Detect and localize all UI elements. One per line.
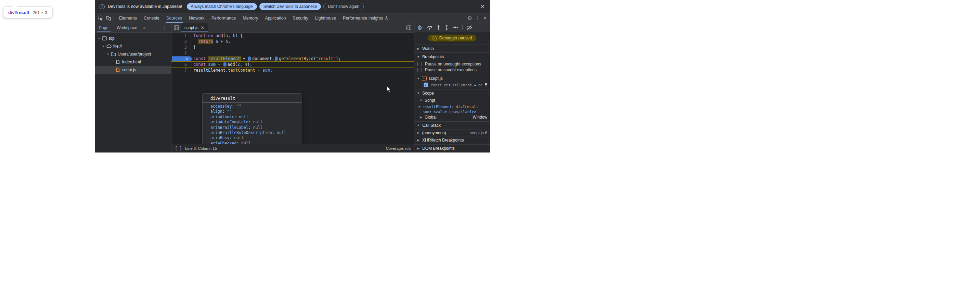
line-number[interactable]: 3 bbox=[172, 45, 191, 50]
token: ( bbox=[223, 33, 226, 38]
section-watch[interactable]: ▶ Watch bbox=[414, 45, 490, 53]
line-number[interactable]: 2 bbox=[172, 39, 191, 45]
navigator-kebab-icon[interactable]: ⋮ bbox=[160, 25, 170, 30]
settings-gear-icon[interactable]: ⚙ bbox=[466, 15, 474, 22]
device-toolbar-icon[interactable] bbox=[104, 15, 112, 22]
tree-item-top[interactable]: ▾top bbox=[95, 34, 171, 42]
property-row: ariaAtomic: null bbox=[202, 115, 302, 120]
kebab-menu-icon[interactable]: ⋮ bbox=[474, 15, 481, 22]
expand-arrow-icon[interactable]: ▾ bbox=[97, 37, 101, 40]
line-number[interactable]: 5 bbox=[172, 56, 191, 62]
show-debugger-sidebar-icon[interactable] bbox=[406, 26, 414, 30]
navigator-tab-workspace[interactable]: Workspace bbox=[113, 23, 141, 32]
pause-uncaught-row[interactable]: Pause on uncaught exceptions bbox=[414, 61, 490, 67]
pretty-print-icon[interactable]: { } bbox=[175, 146, 182, 151]
line-number[interactable]: 7 bbox=[172, 67, 191, 73]
scope-label: Scope bbox=[422, 91, 434, 96]
navigator-tab-page[interactable]: Page bbox=[95, 23, 113, 32]
tree-item-users-user-project[interactable]: ▾Users/user/project bbox=[95, 50, 171, 58]
pause-caught-checkbox[interactable] bbox=[417, 68, 422, 72]
infobar-button-don-t-show-again[interactable]: Don't show again bbox=[323, 3, 364, 10]
tab-network[interactable]: Network bbox=[185, 13, 208, 22]
code-line[interactable]: 1function add(a, b) { bbox=[172, 33, 414, 39]
screen: div#result261 × 0 i DevTools is now avai… bbox=[0, 0, 490, 152]
resume-script-icon[interactable] bbox=[417, 25, 423, 30]
code-editor[interactable]: div#result accessKey: ""align: ""ariaAto… bbox=[172, 33, 414, 144]
frame-icon bbox=[102, 36, 107, 41]
token bbox=[213, 33, 216, 38]
pause-uncaught-checkbox[interactable] bbox=[417, 62, 422, 66]
section-call-stack[interactable]: ▼ Call Stack bbox=[414, 121, 490, 129]
tab-console[interactable]: Console bbox=[140, 13, 163, 22]
tree-item-file-[interactable]: ▾file:// bbox=[95, 42, 171, 50]
code-line[interactable]: 6const sum = add(2, 4); bbox=[172, 62, 414, 67]
scope-global-group[interactable]: ▶ Global Window bbox=[414, 115, 490, 121]
line-number[interactable]: 4 bbox=[172, 50, 191, 56]
breakpoint-entry[interactable]: ✓ const resultElement = doc⋯ 5 bbox=[414, 82, 490, 89]
tree-item-label: script.js bbox=[122, 67, 136, 72]
hide-navigator-icon[interactable] bbox=[172, 26, 181, 30]
coverage-status: Coverage: n/a bbox=[386, 146, 410, 150]
editor-tab-close-icon[interactable]: ✕ bbox=[201, 26, 204, 30]
deactivate-breakpoints-icon[interactable] bbox=[466, 25, 473, 30]
infobar-button-always-match-chrome-s-language[interactable]: Always match Chrome's language bbox=[187, 3, 257, 10]
chevron-down-icon: ▼ bbox=[417, 124, 420, 127]
step-icon[interactable] bbox=[453, 26, 458, 29]
inspect-element-icon[interactable] bbox=[97, 15, 104, 22]
section-breakpoints[interactable]: ▼ Breakpoints bbox=[414, 53, 490, 60]
call-stack-frame[interactable]: ➤ (anonymous) script.js:6 bbox=[414, 129, 490, 136]
property-row: ariaBrailleRoleDescription: null bbox=[202, 130, 302, 136]
code-line[interactable]: 7resultElement.textContent = sum; bbox=[172, 67, 414, 73]
scope-var-resultElement[interactable]: ▶ resultElement: div#result bbox=[414, 104, 490, 109]
pause-caught-row[interactable]: Pause on caught exceptions bbox=[414, 67, 490, 74]
code-line[interactable]: 5const resultElement = document.getEleme… bbox=[172, 56, 414, 62]
code-line[interactable]: 4 bbox=[172, 50, 414, 56]
scope-key: resultElement bbox=[422, 104, 452, 109]
debugger-sidebar: i Debugger paused ▶ Watch ▼ Breakpoints … bbox=[414, 23, 490, 152]
section-dom-breakpoints[interactable]: ▶ DOM Breakpoints bbox=[414, 144, 490, 152]
editor-tab-scriptjs[interactable]: script.js ✕ bbox=[181, 23, 208, 32]
token: getElementById bbox=[279, 56, 313, 61]
section-scope[interactable]: ▼ Scope bbox=[414, 89, 490, 97]
more-tabs-icon[interactable]: » bbox=[141, 26, 148, 30]
expand-arrow-icon[interactable]: ▾ bbox=[106, 53, 110, 56]
tab-performance[interactable]: Performance bbox=[208, 13, 240, 22]
tab-memory[interactable]: Memory bbox=[239, 13, 261, 22]
line-number[interactable]: 6 bbox=[172, 62, 191, 67]
tab-label: Sources bbox=[166, 16, 182, 21]
scope-script-group[interactable]: ▼ Script bbox=[414, 97, 490, 104]
tab-elements[interactable]: Elements bbox=[116, 13, 140, 22]
tree-item-script-js[interactable]: script.js bbox=[95, 66, 171, 74]
inline-breakpoint-chip[interactable] bbox=[275, 56, 278, 61]
expand-arrow-icon[interactable]: ▾ bbox=[101, 45, 106, 48]
main-toolbar: ElementsConsoleSourcesNetworkPerformance… bbox=[95, 13, 490, 23]
inline-breakpoint-chip[interactable] bbox=[223, 62, 226, 67]
scope-var-sum[interactable]: sum: <value unavailable> bbox=[414, 109, 490, 115]
infobar-close-icon[interactable]: ✕ bbox=[478, 4, 487, 9]
code-line[interactable]: 3} bbox=[172, 45, 414, 50]
tab-application[interactable]: Application bbox=[261, 13, 289, 22]
infobar-button-switch-devtools-to-japanese[interactable]: Switch DevTools to Japanese bbox=[259, 3, 321, 10]
tab-sources[interactable]: Sources bbox=[163, 13, 185, 22]
breakpoint-checkbox[interactable]: ✓ bbox=[424, 83, 428, 87]
tree-item-index-html[interactable]: index.html bbox=[95, 58, 171, 66]
chevron-right-icon: ▶ bbox=[417, 147, 420, 150]
scope-value: div#result bbox=[456, 104, 478, 109]
token: , bbox=[228, 33, 233, 38]
chevron-right-icon: ▶ bbox=[417, 139, 420, 142]
tree-item-label: index.html bbox=[122, 60, 141, 64]
breakpoint-file-group[interactable]: ▼ ‹› script.js bbox=[414, 75, 490, 82]
tab-performance-insights[interactable]: Performance insights bbox=[339, 13, 392, 22]
tab-security[interactable]: Security bbox=[290, 13, 312, 22]
hovered-variable: resultElement bbox=[208, 56, 240, 61]
token bbox=[213, 39, 216, 44]
inline-breakpoint-chip[interactable] bbox=[248, 56, 251, 61]
step-into-icon[interactable] bbox=[436, 25, 441, 30]
step-out-icon[interactable] bbox=[444, 25, 449, 30]
line-number[interactable]: 1 bbox=[172, 33, 191, 39]
close-devtools-icon[interactable]: ✕ bbox=[481, 15, 488, 22]
step-over-icon[interactable] bbox=[427, 25, 433, 30]
tab-lighthouse[interactable]: Lighthouse bbox=[312, 13, 339, 22]
code-line[interactable]: 2 return a + b; bbox=[172, 39, 414, 45]
section-xhr-breakpoints[interactable]: ▶ XHR/fetch Breakpoints bbox=[414, 136, 490, 144]
